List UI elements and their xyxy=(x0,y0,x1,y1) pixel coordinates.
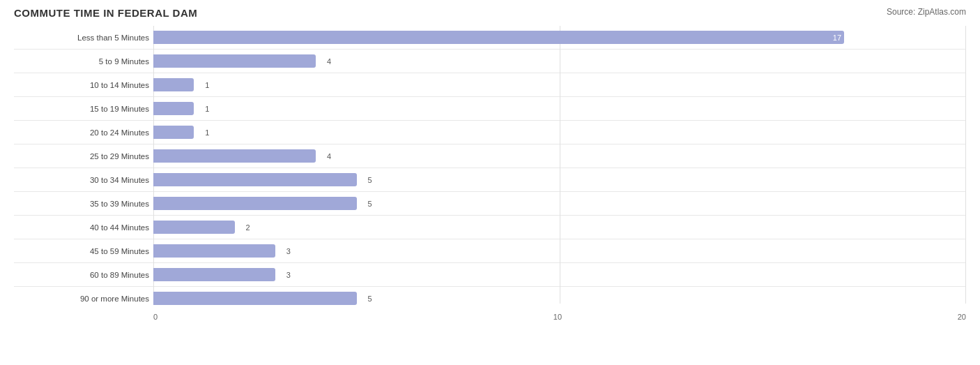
x-axis-label: 0 xyxy=(153,313,158,321)
bar-area: 5 xyxy=(153,193,966,214)
bar-row: 35 to 39 Minutes5 xyxy=(14,192,966,216)
bar-value-label: 5 xyxy=(367,176,372,184)
row-label: 15 to 19 Minutes xyxy=(14,105,153,113)
bar-area: 5 xyxy=(153,288,966,308)
bar-area: 4 xyxy=(153,51,966,71)
bar-row: 40 to 44 Minutes2 xyxy=(14,216,966,239)
row-label: 10 to 14 Minutes xyxy=(14,81,153,89)
bar-row: 90 or more Minutes5 xyxy=(14,287,966,310)
bar-row: 25 to 29 Minutes4 xyxy=(14,144,966,168)
chart-header: COMMUTE TIME IN FEDERAL DAM Source: ZipA… xyxy=(14,7,966,19)
x-axis-label: 20 xyxy=(958,313,966,321)
bar: 1 xyxy=(153,126,194,139)
bar-row: 10 to 14 Minutes1 xyxy=(14,73,966,97)
bar-value-label: 5 xyxy=(367,295,372,303)
bar-value-label: 3 xyxy=(286,247,291,255)
bar-area: 1 xyxy=(153,122,966,142)
bar-value-label: 3 xyxy=(286,271,291,279)
bar-area: 5 xyxy=(153,170,966,190)
bar-value-label: 1 xyxy=(205,81,209,89)
bar: 4 xyxy=(153,149,316,163)
bar: 1 xyxy=(153,78,194,91)
bar-area: 1 xyxy=(153,98,966,119)
x-axis-label: 10 xyxy=(553,313,562,321)
rows-container: Less than 5 Minutes175 to 9 Minutes410 t… xyxy=(14,26,966,310)
bar: 5 xyxy=(153,197,357,210)
bar-row: 60 to 89 Minutes3 xyxy=(14,263,966,287)
chart-container: COMMUTE TIME IN FEDERAL DAM Source: ZipA… xyxy=(0,0,980,365)
row-label: 40 to 44 Minutes xyxy=(14,223,153,232)
bar: 5 xyxy=(153,292,357,305)
chart-body: Less than 5 Minutes175 to 9 Minutes410 t… xyxy=(14,26,966,321)
bar: 4 xyxy=(153,54,316,68)
bar-area: 2 xyxy=(153,217,966,237)
bar-value-label: 17 xyxy=(833,33,841,42)
bar-area: 3 xyxy=(153,241,966,261)
row-label: 45 to 59 Minutes xyxy=(14,247,153,255)
row-label: 60 to 89 Minutes xyxy=(14,271,153,279)
bar: 2 xyxy=(153,221,235,234)
row-label: 20 to 24 Minutes xyxy=(14,128,153,137)
bar-area: 17 xyxy=(153,27,966,47)
bar-value-label: 4 xyxy=(327,152,331,161)
bar: 3 xyxy=(153,244,275,258)
bar-value-label: 1 xyxy=(205,105,209,113)
row-label: 35 to 39 Minutes xyxy=(14,200,153,208)
bar-value-label: 4 xyxy=(327,57,331,66)
bar-row: Less than 5 Minutes17 xyxy=(14,26,966,50)
row-label: 5 to 9 Minutes xyxy=(14,57,153,66)
bar-row: 30 to 34 Minutes5 xyxy=(14,168,966,192)
row-label: 90 or more Minutes xyxy=(14,295,153,303)
bar-area: 4 xyxy=(153,146,966,166)
row-label: Less than 5 Minutes xyxy=(14,33,153,42)
bar-area: 3 xyxy=(153,265,966,285)
bar: 5 xyxy=(153,173,357,186)
bar: 3 xyxy=(153,268,275,281)
chart-title: COMMUTE TIME IN FEDERAL DAM xyxy=(14,7,197,19)
bar-value-label: 1 xyxy=(205,128,209,137)
bar-row: 45 to 59 Minutes3 xyxy=(14,239,966,263)
bar-row: 15 to 19 Minutes1 xyxy=(14,97,966,121)
x-axis: 01020 xyxy=(153,313,966,321)
bar: 1 xyxy=(153,102,194,115)
bar-value-label: 2 xyxy=(245,223,250,232)
bar: 17 xyxy=(153,31,844,44)
bar-row: 5 to 9 Minutes4 xyxy=(14,50,966,73)
bar-value-label: 5 xyxy=(367,200,372,208)
row-label: 25 to 29 Minutes xyxy=(14,152,153,161)
bar-area: 1 xyxy=(153,75,966,95)
chart-source: Source: ZipAtlas.com xyxy=(887,7,966,17)
bar-row: 20 to 24 Minutes1 xyxy=(14,121,966,144)
row-label: 30 to 34 Minutes xyxy=(14,176,153,184)
